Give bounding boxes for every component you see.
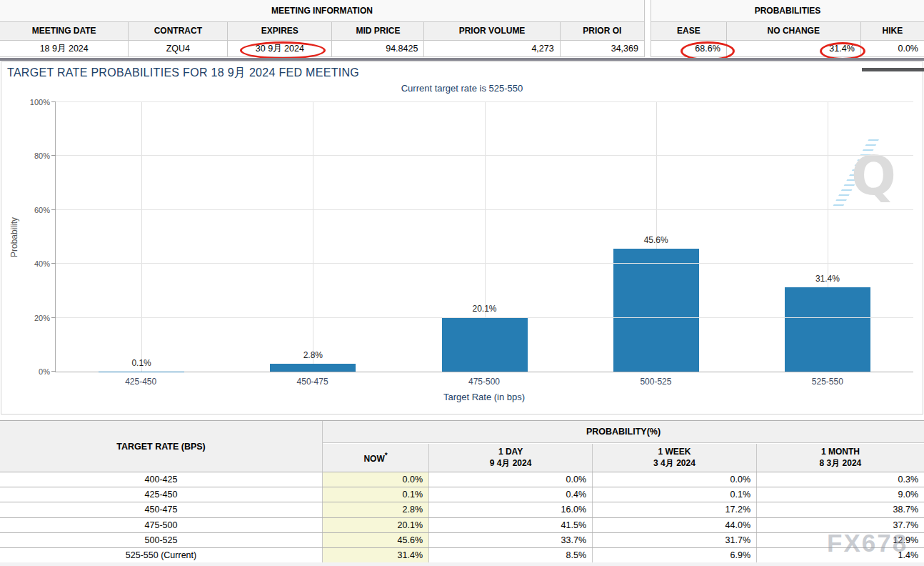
probability-history-table: TARGET RATE (BPS) PROBABILITY(%) NOW*1 D… bbox=[0, 420, 924, 566]
y-tick-20 bbox=[51, 317, 56, 318]
bar-value-label: 20.1% bbox=[398, 304, 570, 314]
mi-value-0: 18 9月 2024 bbox=[0, 41, 129, 56]
y-tick-label-20: 20% bbox=[9, 314, 50, 322]
history-column-headers: NOW*1 DAY9 4月 20241 WEEK3 4月 20241 MONTH… bbox=[323, 444, 924, 472]
mi-col-meeting-date: MEETING DATE bbox=[0, 22, 129, 40]
rate-cell: 500-525 bbox=[0, 533, 323, 547]
bar-slot-500-525: 45.6% bbox=[571, 102, 742, 372]
table-footer-strip bbox=[0, 562, 924, 566]
history-col-1-month: 1 MONTH8 3月 2024 bbox=[757, 444, 924, 472]
bar-450-475[interactable] bbox=[270, 364, 356, 372]
history-col-1-day: 1 DAY9 4月 2024 bbox=[429, 444, 593, 472]
mi-value-5: 34,369 bbox=[561, 41, 644, 56]
x-tick-label-500-525: 500-525 bbox=[570, 377, 741, 387]
mi-col-mid-price: MID PRICE bbox=[332, 22, 424, 40]
gridline-100 bbox=[56, 101, 913, 102]
y-tick-label-60: 60% bbox=[9, 206, 50, 214]
bar-475-500[interactable] bbox=[442, 317, 528, 372]
y-tick-40 bbox=[51, 263, 56, 264]
gridline-60 bbox=[56, 209, 913, 210]
y-axis-title: Probability bbox=[9, 217, 19, 257]
meeting-information-values: 18 9月 2024ZQU430 9月 202494.84254,27334,3… bbox=[0, 41, 644, 57]
prob-cell-0: 31.4% bbox=[323, 548, 429, 562]
bar-slot-525-550: 31.4% bbox=[742, 102, 913, 372]
rate-cell: 525-550 (Current) bbox=[0, 548, 323, 562]
bar-value-label: 0.1% bbox=[56, 358, 227, 368]
y-tick-label-0: 0% bbox=[9, 367, 50, 376]
bar-slot-425-450: 0.1% bbox=[56, 102, 227, 372]
mi-value-1: ZQU4 bbox=[129, 41, 228, 56]
prob-cell-1: 33.7% bbox=[429, 533, 593, 547]
plot-area: Q 0.1%2.8%20.1%45.6%31.4% 0%20%40%60%80%… bbox=[55, 102, 913, 372]
probabilities-title: PROBABILITIES bbox=[651, 0, 924, 22]
probability-group-header: PROBABILITY(%) bbox=[323, 421, 924, 443]
history-col-now: NOW* bbox=[323, 444, 429, 472]
prob-cell-0: 2.8% bbox=[323, 502, 429, 517]
y-tick-label-40: 40% bbox=[9, 259, 50, 268]
mi-col-expires: EXPIRES bbox=[228, 22, 332, 40]
target-rate-chart-panel: TARGET RATE PROBABILITIES FOR 18 9月 2024… bbox=[1, 61, 923, 414]
bar-525-550[interactable] bbox=[785, 287, 870, 372]
rate-cell: 475-500 bbox=[0, 518, 323, 532]
table-row-475-500: 475-50020.1%41.5%44.0%37.7% bbox=[0, 518, 924, 533]
gridline-80 bbox=[56, 155, 913, 156]
bar-value-label: 45.6% bbox=[571, 235, 742, 245]
probabilities-headers: EASENO CHANGEHIKE bbox=[651, 22, 924, 41]
history-rows: 400-4250.0%0.0%0.0%0.3%425-4500.1%0.4%0.… bbox=[0, 472, 924, 563]
meeting-information-table: MEETING INFORMATION MEETING DATECONTRACT… bbox=[0, 0, 645, 57]
chart-title: TARGET RATE PROBABILITIES FOR 18 9月 2024… bbox=[7, 66, 359, 81]
x-axis-tick-labels: 425-450450-475475-500500-525525-550 bbox=[55, 377, 913, 387]
prob-value-1: 31.4% bbox=[727, 41, 861, 56]
bar-500-525[interactable] bbox=[613, 249, 699, 372]
chart-subtitle: Current target rate is 525-550 bbox=[1, 83, 923, 94]
y-tick-label-100: 100% bbox=[9, 98, 50, 106]
y-tick-80 bbox=[51, 155, 56, 156]
table-row-525-550-(Current): 525-550 (Current)31.4%8.5%6.9%1.4% bbox=[0, 548, 924, 563]
x-tick-label-425-450: 425-450 bbox=[55, 377, 226, 387]
mi-value-4: 4,273 bbox=[424, 41, 560, 56]
prob-col-hike: HIKE bbox=[861, 22, 924, 40]
prob-col-ease: EASE bbox=[651, 22, 727, 40]
y-tick-label-80: 80% bbox=[9, 152, 50, 160]
meeting-information-title: MEETING INFORMATION bbox=[0, 0, 644, 22]
prob-cell-0: 45.6% bbox=[323, 533, 429, 547]
category-gridline bbox=[313, 102, 313, 372]
x-tick-label-450-475: 450-475 bbox=[226, 377, 398, 387]
table-row-425-450: 425-4500.1%0.4%0.1%9.0% bbox=[0, 487, 924, 502]
fx678-watermark: FX678 bbox=[827, 529, 908, 557]
prob-cell-2: 44.0% bbox=[593, 518, 757, 532]
prob-cell-1: 16.0% bbox=[429, 502, 593, 517]
y-tick-0 bbox=[51, 371, 56, 372]
table-row-450-475: 450-4752.8%16.0%17.2%38.7% bbox=[0, 502, 924, 517]
x-tick-label-525-550: 525-550 bbox=[742, 377, 913, 387]
table-row-500-525: 500-52545.6%33.7%31.7%12.9% bbox=[0, 533, 924, 548]
mi-col-prior-volume: PRIOR VOLUME bbox=[424, 22, 560, 40]
prob-cell-2: 31.7% bbox=[593, 533, 757, 547]
rate-cell: 400-425 bbox=[0, 472, 323, 487]
y-tick-60 bbox=[51, 209, 56, 210]
history-col-1-week: 1 WEEK3 4月 2024 bbox=[593, 444, 757, 472]
fedwatch-page: MEETING INFORMATION MEETING DATECONTRACT… bbox=[0, 0, 924, 566]
prob-cell-0: 20.1% bbox=[323, 518, 429, 532]
bar-slot-475-500: 20.1% bbox=[398, 102, 570, 372]
prob-cell-0: 0.0% bbox=[323, 472, 429, 487]
prob-cell-1: 41.5% bbox=[429, 518, 593, 532]
y-tick-100 bbox=[51, 101, 56, 102]
bar-value-label: 31.4% bbox=[742, 274, 913, 284]
probabilities-values: 68.6%31.4%0.0% bbox=[651, 41, 924, 57]
rate-cell: 425-450 bbox=[0, 487, 323, 502]
section-divider bbox=[0, 58, 924, 61]
target-rate-bps-header: TARGET RATE (BPS) bbox=[0, 421, 323, 472]
mi-value-2: 30 9月 2024 bbox=[228, 41, 332, 56]
bar-slot-450-475: 2.8% bbox=[227, 102, 398, 372]
meeting-information-headers: MEETING DATECONTRACTEXPIRESMID PRICEPRIO… bbox=[0, 22, 644, 41]
x-tick-label-475-500: 475-500 bbox=[398, 377, 570, 387]
category-gridline bbox=[141, 102, 142, 372]
prob-value-0: 68.6% bbox=[651, 41, 727, 56]
prob-cell-3: 9.0% bbox=[757, 487, 924, 502]
mi-col-prior-oi: PRIOR OI bbox=[561, 22, 644, 40]
prob-value-2: 0.0% bbox=[861, 41, 924, 56]
prob-col-no-change: NO CHANGE bbox=[727, 22, 861, 40]
probabilities-table: PROBABILITIES EASENO CHANGEHIKE 68.6%31.… bbox=[651, 0, 924, 57]
table-row-400-425: 400-4250.0%0.0%0.0%0.3% bbox=[0, 472, 924, 487]
